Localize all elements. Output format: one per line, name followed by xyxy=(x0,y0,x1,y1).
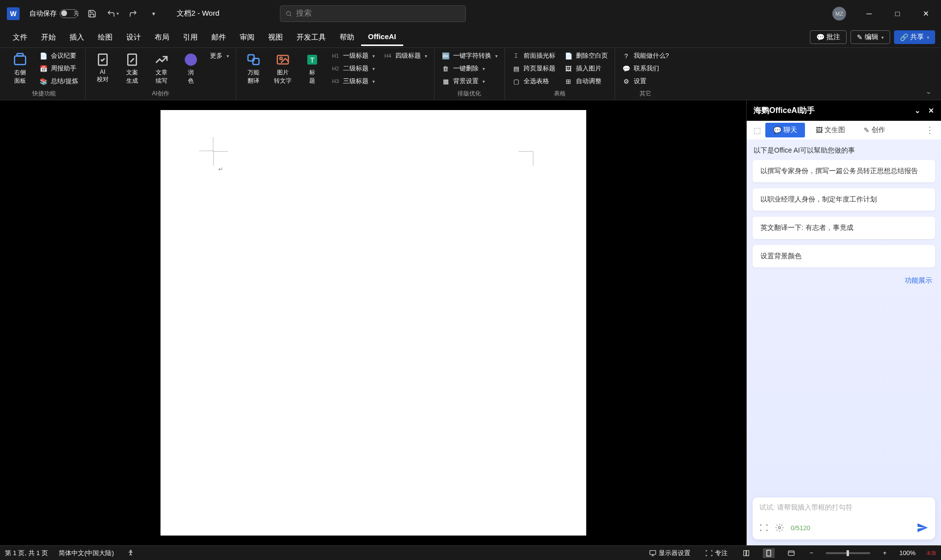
save-icon[interactable] xyxy=(85,6,99,21)
language-status[interactable]: 简体中文(中国大陆) xyxy=(59,549,114,558)
meeting-label: 会议纪要 xyxy=(51,51,76,60)
page-status[interactable]: 第 1 页, 共 1 页 xyxy=(5,549,48,558)
send-button[interactable] xyxy=(917,522,928,534)
ai-chat-input[interactable]: 试试: 请帮我插入带框的打勾符 0/5120 xyxy=(753,497,935,539)
auto-adjust-button[interactable]: ⊞自动调整 xyxy=(561,75,611,87)
delete-blank-page-button[interactable]: 📄删除空白页 xyxy=(561,50,611,62)
ribbon-collapse-button[interactable]: ⌄ xyxy=(918,48,938,100)
ribbon-group-other: ?我能做什么? 💬联系我们 ⚙设置 其它 xyxy=(615,48,676,100)
chevron-down-icon: ▾ xyxy=(425,53,427,59)
cube-icon[interactable]: ⬚ xyxy=(752,125,762,135)
tab-dev[interactable]: 开发工具 xyxy=(290,29,333,46)
display-settings-button[interactable]: 显示器设置 xyxy=(647,548,692,559)
image-to-text-button[interactable]: 图片 转文字 xyxy=(270,50,296,87)
insert-cursor-before-button[interactable]: 𝙸前面插光标 xyxy=(509,50,558,62)
qat-overflow-icon[interactable]: ▾ xyxy=(146,6,161,21)
tab-review[interactable]: 审阅 xyxy=(233,29,261,46)
heading2-button[interactable]: H2二级标题▾ xyxy=(328,63,378,74)
function-showcase-link[interactable]: 功能展示 xyxy=(747,268,941,285)
minimize-button[interactable]: ─ xyxy=(858,6,880,22)
zoom-out-button[interactable]: − xyxy=(808,548,816,558)
print-layout-icon[interactable] xyxy=(763,548,775,558)
polish-label: 润 色 xyxy=(188,68,194,85)
char-convert-button[interactable]: 🔤一键字符转换▾ xyxy=(438,50,501,62)
suggestion-card[interactable]: 设置背景颜色 xyxy=(753,245,935,268)
copy-generate-button[interactable]: 文案 生成 xyxy=(119,50,145,87)
zoom-slider[interactable] xyxy=(826,552,870,554)
translate-button[interactable]: 万能 翻译 xyxy=(240,50,267,87)
group-label xyxy=(240,90,430,99)
close-button[interactable]: ✕ xyxy=(915,6,937,22)
tab-file[interactable]: 文件 xyxy=(6,29,34,46)
select-all-table-button[interactable]: ▢全选表格 xyxy=(509,75,558,87)
suggestion-card[interactable]: 英文翻译一下: 有志者，事竟成 xyxy=(753,217,935,239)
ai-suggestions: 以撰写专家身份，撰写一篇公务员转正思想总结报告 以职业经理人身份，制定年度工作计… xyxy=(747,160,941,268)
tab-help[interactable]: 帮助 xyxy=(333,29,361,46)
tab-mailings[interactable]: 邮件 xyxy=(205,29,233,46)
scan-icon[interactable] xyxy=(759,523,768,532)
autosave-toggle[interactable]: 自动保存 关 xyxy=(29,9,79,18)
comments-button[interactable]: 💬批注 xyxy=(810,30,847,44)
heading4-button[interactable]: H4四级标题▾ xyxy=(381,50,430,62)
insert-picture-button[interactable]: 🖼插入图片 xyxy=(561,63,611,74)
document-viewport[interactable]: ↵ xyxy=(0,100,746,545)
bgset-label: 背景设置 xyxy=(453,77,479,86)
tab-home[interactable]: 开始 xyxy=(34,29,63,46)
search-input[interactable]: 搜索 xyxy=(280,5,466,22)
zoom-in-button[interactable]: + xyxy=(881,548,889,558)
collapse-panel-icon[interactable]: ⌄ xyxy=(915,107,920,114)
tab-view[interactable]: 视图 xyxy=(261,29,290,46)
user-avatar[interactable]: MZ xyxy=(832,7,846,21)
heading1-button[interactable]: H1一级标题▾ xyxy=(328,50,378,62)
continue-writing-button[interactable]: 文章 续写 xyxy=(148,50,175,87)
edit-mode-button[interactable]: ✎编辑▾ xyxy=(850,30,890,44)
chat-icon: 💬 xyxy=(622,64,631,73)
weekly-report-button[interactable]: 📅周报助手 xyxy=(36,63,81,74)
image-icon xyxy=(275,52,291,67)
tab-insert[interactable]: 插入 xyxy=(63,29,91,46)
suggestion-card[interactable]: 以撰写专家身份，撰写一篇公务员转正思想总结报告 xyxy=(753,160,935,182)
repeat-header-button[interactable]: ▤跨页显标题 xyxy=(509,63,558,74)
heading3-button[interactable]: H3三级标题▾ xyxy=(328,75,378,87)
input-settings-icon[interactable] xyxy=(775,523,784,532)
contact-label: 联系我们 xyxy=(634,64,659,73)
ai-tab-create[interactable]: ✎创作 xyxy=(856,123,893,137)
more-button[interactable]: 更多▾ xyxy=(207,50,232,62)
what-can-i-do-button[interactable]: ?我能做什么? xyxy=(619,50,672,62)
undo-icon[interactable]: ▾ xyxy=(105,6,120,21)
svg-point-6 xyxy=(184,54,197,66)
maximize-button[interactable]: □ xyxy=(886,6,909,22)
ai-tab-chat[interactable]: 💬聊天 xyxy=(765,123,805,137)
read-mode-icon[interactable] xyxy=(740,548,752,558)
ai-tabs-more-icon[interactable]: ⋮ xyxy=(923,126,936,134)
accessibility-icon[interactable] xyxy=(125,548,137,558)
meeting-summary-button[interactable]: 📄会议纪要 xyxy=(36,50,81,62)
zoom-percentage[interactable]: 100% xyxy=(899,549,916,557)
focus-mode-button[interactable]: 专注 xyxy=(703,548,730,559)
chevron-down-icon: ▾ xyxy=(482,66,485,71)
web-layout-icon[interactable] xyxy=(785,548,797,558)
share-button[interactable]: 🔗共享▾ xyxy=(894,30,935,44)
ai-tab-text2img[interactable]: 🖼文生图 xyxy=(808,123,853,137)
one-click-delete-button[interactable]: 🗑一键删除▾ xyxy=(438,63,501,74)
tab-draw[interactable]: 绘图 xyxy=(91,29,119,46)
suggestion-card[interactable]: 以职业经理人身份，制定年度工作计划 xyxy=(753,188,935,211)
right-panel-button[interactable]: 右侧 面板 xyxy=(7,50,33,87)
ai-proofread-button[interactable]: AI 校对 xyxy=(90,50,116,86)
convert-icon: 🔤 xyxy=(441,51,450,60)
document-page[interactable]: ↵ xyxy=(161,110,586,536)
tab-officeai[interactable]: OfficeAI xyxy=(361,28,403,46)
title-button[interactable]: T标 题 xyxy=(299,50,325,87)
tab-design[interactable]: 设计 xyxy=(119,29,148,46)
polish-button[interactable]: 润 色 xyxy=(178,50,204,87)
summarize-button[interactable]: 📚总结/提炼 xyxy=(36,75,81,87)
close-panel-icon[interactable]: ✕ xyxy=(928,107,934,114)
tab-layout[interactable]: 布局 xyxy=(148,29,176,46)
redo-icon[interactable] xyxy=(126,6,140,21)
imgtxt-label: 图片 转文字 xyxy=(274,68,292,85)
contact-us-button[interactable]: 💬联系我们 xyxy=(619,63,672,74)
tab-references[interactable]: 引用 xyxy=(176,29,205,46)
h3-icon: H3 xyxy=(331,77,340,86)
background-settings-button[interactable]: ▦背景设置▾ xyxy=(438,75,501,87)
settings-button[interactable]: ⚙设置 xyxy=(619,75,672,87)
